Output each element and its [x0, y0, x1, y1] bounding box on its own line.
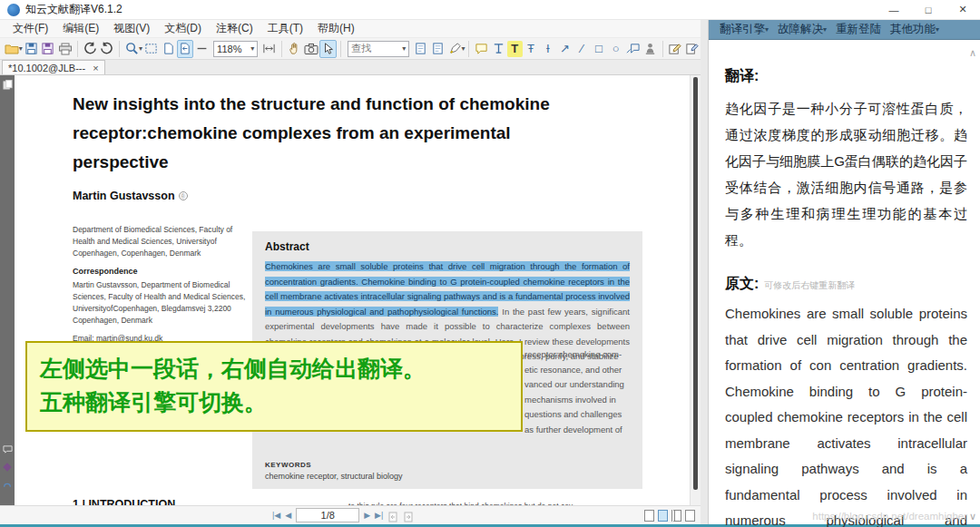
introduction-heading: 1 | INTRODUCTION — [73, 498, 175, 505]
other-caret-icon: ▾ — [936, 25, 939, 34]
highlight-caret-icon[interactable]: ▾ — [461, 44, 465, 53]
actual-size-icon[interactable] — [160, 40, 177, 58]
close-button[interactable]: ✕ — [946, 0, 980, 19]
continuous-page-icon[interactable] — [658, 510, 668, 522]
continuous-facing-icon[interactable] — [685, 510, 695, 522]
paper-affiliation-column: Department of Biomedical Sciences, Facul… — [73, 224, 250, 345]
previous-page-button[interactable]: ◀ — [285, 511, 291, 520]
paper-title: New insights into the structure and func… — [73, 90, 563, 177]
document-tab[interactable]: *10.1002@JLB--- × — [2, 60, 105, 74]
text-highlight-icon[interactable]: T — [507, 41, 523, 57]
facing-pages-icon[interactable] — [671, 510, 681, 522]
stamp-tool-icon[interactable] — [642, 40, 659, 58]
translation-panel-menu: 翻译引擎▾ 故障解决▾ 重新登陆 其他功能▾ — [709, 20, 980, 40]
menu-document[interactable]: 文档(D) — [157, 21, 209, 36]
hand-tool-icon[interactable] — [286, 40, 303, 58]
relogin-menu[interactable]: 重新登陆 — [832, 22, 885, 37]
annotation-callout[interactable]: 左侧选中一段话，右侧自动给出翻译。 五种翻译引擎可切换。 — [25, 341, 523, 432]
scrollbar-thumb[interactable] — [693, 77, 698, 490]
app-window: 知云文献翻译V6.1.2 — □ ✕ 文件(F) 编辑(E) 视图(V) 文档(… — [0, 0, 980, 527]
find-previous-icon[interactable] — [412, 40, 429, 58]
menu-tools[interactable]: 工具(T) — [260, 21, 310, 36]
app-logo-icon — [7, 4, 20, 16]
title-bar: 知云文献翻译V6.1.2 — □ ✕ — [0, 0, 980, 20]
window-title: 知云文献翻译V6.1.2 — [25, 2, 122, 17]
comments-panel-icon[interactable] — [2, 444, 13, 454]
next-page-button[interactable]: ▶ — [364, 511, 370, 520]
panel-scroll-down-icon[interactable]: ∨ — [969, 511, 976, 522]
zoom-level-value: 118% — [217, 44, 241, 54]
find-caret-icon[interactable]: ▾ — [402, 44, 406, 53]
original-text[interactable]: Chemokines are small soluble proteins th… — [725, 301, 967, 527]
last-page-button[interactable]: ▶| — [375, 511, 383, 520]
callout-tool-icon[interactable] — [624, 40, 642, 58]
correspondence-heading: Correspondence — [73, 266, 250, 278]
insert-text-icon[interactable]: Ɨ — [539, 40, 556, 58]
pdf-page[interactable]: New insights into the structure and func… — [15, 75, 690, 505]
arrow-tool-icon[interactable]: ↗ — [556, 40, 573, 58]
strikeout-icon[interactable]: Ŧ — [523, 40, 540, 58]
attachments-panel-icon[interactable] — [2, 462, 13, 473]
menu-edit[interactable]: 编辑(E) — [55, 21, 106, 36]
find-combo[interactable]: 查找▾ — [348, 41, 409, 57]
menu-view[interactable]: 视图(V) — [106, 21, 157, 36]
fit-width-icon[interactable] — [260, 40, 278, 58]
line-tool-icon[interactable]: ∕ — [573, 40, 591, 58]
affiliation-text: Department of Biomedical Sciences, Facul… — [73, 224, 250, 259]
note-comment-icon[interactable] — [473, 40, 490, 58]
single-page-icon[interactable] — [644, 510, 654, 522]
tab-close-icon[interactable]: × — [93, 63, 98, 73]
find-next-icon[interactable] — [429, 40, 446, 58]
menu-comment[interactable]: 注释(C) — [209, 21, 260, 36]
translation-text[interactable]: 趋化因子是一种小分子可溶性蛋白质，通过浓度梯度的形成驱动细胞迁移。趋化因子与细胞… — [725, 95, 967, 253]
pdf-reader-pane: 文件(F) 编辑(E) 视图(V) 文档(D) 注释(C) 工具(T) 帮助(H… — [0, 20, 701, 524]
troubleshoot-caret-icon: ▾ — [823, 25, 827, 34]
menu-file[interactable]: 文件(F) — [5, 21, 55, 36]
translation-panel-body: ∧ 翻译: 趋化因子是一种小分子可溶性蛋白质，通过浓度梯度的形成驱动细胞迁移。趋… — [709, 40, 980, 524]
next-view-icon[interactable] — [403, 510, 414, 521]
zoom-level-caret-icon[interactable]: ▾ — [250, 44, 254, 53]
snapshot-icon[interactable] — [303, 40, 320, 58]
typewriter-icon[interactable] — [490, 40, 507, 58]
page-thumbnails-icon[interactable] — [2, 79, 13, 90]
translation-label: 翻译: — [725, 67, 967, 86]
status-bar: |◀ ◀ 1/8 ▶ ▶| — [0, 505, 701, 524]
pdf-scrollbar[interactable] — [690, 75, 701, 505]
print-icon[interactable] — [56, 40, 74, 58]
rotate-right-icon[interactable] — [99, 40, 116, 58]
zoom-level-combo[interactable]: 118%▾ — [213, 41, 258, 57]
abstract-heading: Abstract — [265, 240, 630, 253]
fit-page-icon[interactable] — [177, 40, 194, 58]
annotation-properties-icon[interactable] — [683, 40, 701, 58]
rotate-left-icon[interactable] — [82, 40, 99, 58]
maximize-button[interactable]: □ — [911, 0, 946, 19]
save-as-icon[interactable] — [39, 40, 56, 58]
clip-panel-icon[interactable] — [2, 480, 13, 491]
panel-scroll-up-icon[interactable]: ∧ — [969, 47, 976, 59]
save-icon[interactable] — [23, 40, 40, 58]
other-functions-menu[interactable]: 其他功能▾ — [887, 22, 943, 37]
paper-author: Martin Gustavsson ® — [73, 190, 188, 202]
minimize-button[interactable]: — — [877, 0, 911, 19]
rectangle-tool-icon[interactable]: □ — [591, 40, 608, 58]
first-page-button[interactable]: |◀ — [272, 511, 280, 520]
panel-splitter[interactable] — [701, 20, 708, 524]
original-hint: 可修改后右键重新翻译 — [764, 279, 855, 292]
toolbar: ▾ ▾ 118%▾ 查找▾ ▾ — [0, 38, 701, 60]
page-navigation: |◀ ◀ 1/8 ▶ ▶| — [272, 506, 414, 524]
troubleshoot-menu[interactable]: 故障解决▾ — [774, 22, 830, 37]
ellipse-tool-icon[interactable]: ○ — [607, 40, 624, 58]
navigation-strip — [0, 75, 15, 505]
page-number-box[interactable]: 1/8 — [296, 508, 359, 522]
select-tool-icon[interactable] — [319, 40, 337, 58]
marquee-zoom-icon[interactable] — [142, 40, 160, 58]
previous-view-icon[interactable] — [387, 510, 398, 521]
menu-help[interactable]: 帮助(H) — [310, 21, 362, 36]
page-layout-buttons — [644, 506, 695, 524]
watermark-text: https://blog.csdn.net/dreamhigher — [812, 511, 967, 522]
correspondence-text: Martin Gustavsson, Department of Biomedi… — [73, 279, 250, 327]
zoom-out-icon[interactable] — [193, 40, 211, 58]
edit-annotation-icon[interactable] — [667, 40, 684, 58]
translation-panel: 翻译引擎▾ 故障解决▾ 重新登陆 其他功能▾ ∧ 翻译: 趋化因子是一种小分子可… — [708, 20, 980, 524]
translation-engine-menu[interactable]: 翻译引擎▾ — [716, 22, 772, 37]
